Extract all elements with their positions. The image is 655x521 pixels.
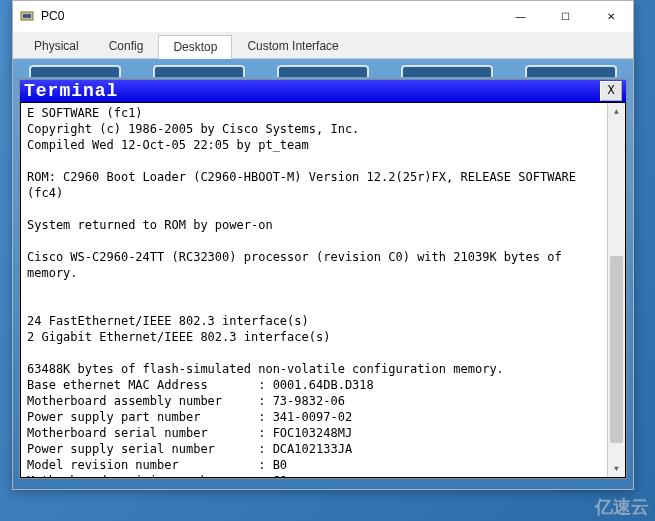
desktop-app-slot[interactable] xyxy=(401,65,493,77)
scroll-up-button[interactable]: ▲ xyxy=(608,103,625,120)
desktop-workspace: Terminal X E SOFTWARE (fc1) Copyright (c… xyxy=(13,59,633,489)
desktop-app-slot[interactable] xyxy=(153,65,245,77)
scroll-track[interactable] xyxy=(608,120,625,460)
close-icon: X xyxy=(607,84,614,98)
terminal-body[interactable]: E SOFTWARE (fc1) Copyright (c) 1986-2005… xyxy=(20,102,626,478)
desktop-icon-row xyxy=(19,65,627,77)
app-window: PC0 — ☐ ✕ Physical Config Desktop Custom… xyxy=(12,0,634,490)
maximize-icon: ☐ xyxy=(561,11,570,22)
tab-label: Physical xyxy=(34,39,79,53)
tab-label: Custom Interface xyxy=(247,39,338,53)
terminal-close-button[interactable]: X xyxy=(600,81,622,101)
close-icon: ✕ xyxy=(607,11,615,22)
minimize-button[interactable]: — xyxy=(498,1,543,31)
minimize-icon: — xyxy=(516,11,526,22)
desktop-app-slot[interactable] xyxy=(525,65,617,77)
tab-config[interactable]: Config xyxy=(94,34,159,58)
tab-label: Desktop xyxy=(173,40,217,54)
screen-root: PC0 — ☐ ✕ Physical Config Desktop Custom… xyxy=(0,0,655,521)
terminal-titlebar[interactable]: Terminal X xyxy=(20,80,626,102)
scroll-down-button[interactable]: ▼ xyxy=(608,460,625,477)
terminal-output: E SOFTWARE (fc1) Copyright (c) 1986-2005… xyxy=(27,105,619,478)
tab-physical[interactable]: Physical xyxy=(19,34,94,58)
close-button[interactable]: ✕ xyxy=(588,1,633,31)
app-icon xyxy=(19,8,35,24)
tab-desktop[interactable]: Desktop xyxy=(158,35,232,59)
desktop-app-slot[interactable] xyxy=(277,65,369,77)
svg-rect-1 xyxy=(23,14,31,18)
terminal-scrollbar[interactable]: ▲ ▼ xyxy=(607,103,625,477)
tab-custom-interface[interactable]: Custom Interface xyxy=(232,34,353,58)
maximize-button[interactable]: ☐ xyxy=(543,1,588,31)
watermark: 亿速云 xyxy=(595,495,649,519)
terminal-window: Terminal X E SOFTWARE (fc1) Copyright (c… xyxy=(19,79,627,479)
scroll-thumb[interactable] xyxy=(610,256,623,443)
tab-label: Config xyxy=(109,39,144,53)
desktop-app-slot[interactable] xyxy=(29,65,121,77)
window-title: PC0 xyxy=(41,9,64,23)
tab-bar: Physical Config Desktop Custom Interface xyxy=(13,32,633,59)
window-titlebar[interactable]: PC0 — ☐ ✕ xyxy=(13,1,633,32)
terminal-title: Terminal xyxy=(24,81,118,101)
